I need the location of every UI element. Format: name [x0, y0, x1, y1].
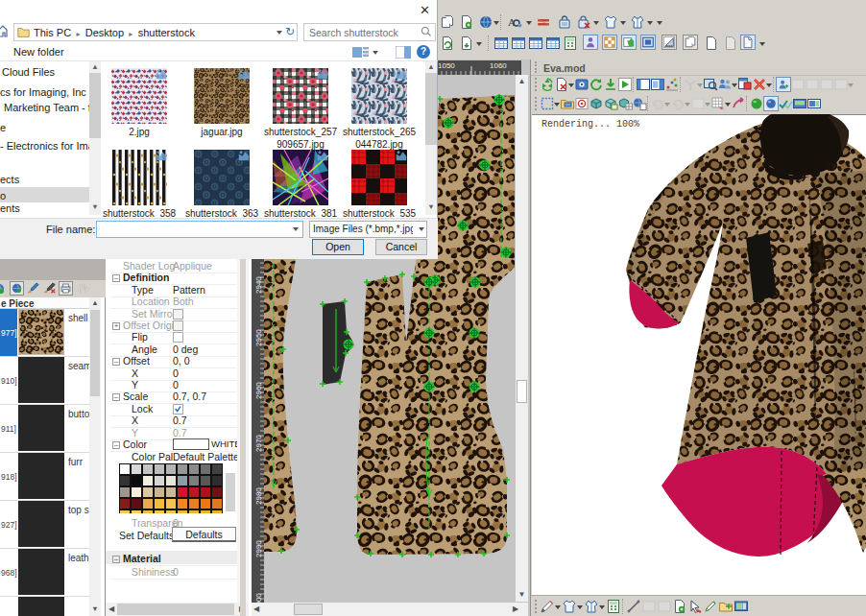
svg-text:3000: 3000: [254, 593, 263, 603]
svg-text:2970: 2970: [254, 435, 263, 452]
svg-text:2980: 2980: [254, 487, 263, 505]
svg-text:2950: 2950: [254, 329, 263, 346]
svg-text:2940: 2940: [254, 276, 263, 294]
svg-text:2990: 2990: [254, 540, 263, 557]
svg-text:2960: 2960: [254, 382, 263, 399]
